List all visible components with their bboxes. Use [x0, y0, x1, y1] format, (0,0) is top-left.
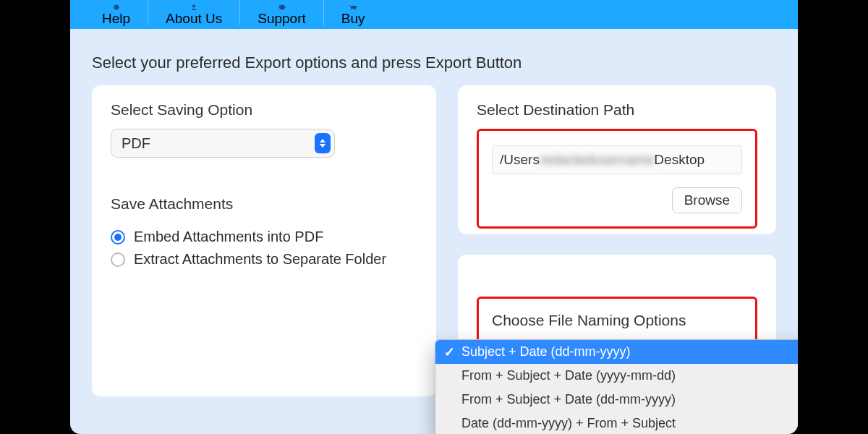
radio-label: Extract Attachments to Separate Folder — [134, 251, 386, 268]
svg-point-0 — [114, 5, 119, 10]
svg-point-1 — [192, 5, 195, 8]
nav-label: About Us — [166, 12, 222, 25]
app-window: Help About Us Support Buy Select your pr… — [70, 0, 798, 434]
instructions-text: Select your preferred Export options and… — [92, 54, 776, 72]
chevron-updown-icon — [315, 133, 331, 153]
browse-button[interactable]: Browse — [672, 187, 742, 213]
path-prefix: /Users — [500, 152, 540, 168]
naming-option-date-dmy-from-subject[interactable]: Date (dd-mm-yyyy) + From + Subject — [435, 412, 798, 434]
radio-icon — [111, 230, 125, 244]
svg-point-2 — [351, 9, 352, 10]
file-naming-menu: Subject + Date (dd-mm-yyyy) From + Subje… — [435, 339, 798, 434]
buy-icon — [348, 4, 358, 10]
format-select[interactable]: PDF — [111, 129, 335, 158]
destination-card: Select Destination Path /Usersredactedus… — [458, 85, 776, 234]
nav-about[interactable]: About Us — [148, 1, 239, 25]
naming-option-from-subject-date-dmy[interactable]: From + Subject + Date (dd-mm-yyyy) — [435, 388, 798, 412]
top-nav: Help About Us Support Buy — [70, 0, 798, 29]
help-icon — [111, 4, 122, 10]
path-suffix: Desktop — [654, 152, 705, 168]
about-icon — [189, 4, 199, 10]
radio-embed-attachments[interactable]: Embed Attachments into PDF — [111, 229, 417, 245]
attachments-header: Save Attachments — [111, 195, 417, 213]
radio-extract-attachments[interactable]: Extract Attachments to Separate Folder — [111, 251, 417, 268]
radio-icon — [111, 252, 125, 267]
destination-highlight-box: /UsersredactedusernameDesktop Browse — [477, 129, 757, 229]
radio-label: Embed Attachments into PDF — [134, 229, 323, 245]
nav-label: Support — [258, 12, 306, 25]
nav-label: Buy — [341, 12, 365, 25]
svg-point-3 — [354, 9, 356, 10]
saving-option-header: Select Saving Option — [111, 101, 417, 119]
naming-highlight-box: Choose File Naming Options — [477, 297, 757, 344]
naming-option-from-subject-date-ymd[interactable]: From + Subject + Date (yyyy-mm-dd) — [435, 364, 798, 388]
path-redacted: redactedusername — [540, 152, 654, 168]
browse-row: Browse — [492, 187, 742, 213]
naming-option-subject-date-dmy[interactable]: Subject + Date (dd-mm-yyyy) — [435, 340, 798, 364]
saving-options-card: Select Saving Option PDF Save Attachment… — [92, 85, 436, 396]
nav-label: Help — [102, 12, 130, 25]
nav-help[interactable]: Help — [85, 1, 148, 25]
destination-header: Select Destination Path — [477, 101, 757, 119]
support-icon — [277, 4, 287, 10]
naming-header: Choose File Naming Options — [492, 312, 742, 329]
destination-path-input[interactable]: /UsersredactedusernameDesktop — [492, 145, 742, 174]
format-select-value: PDF — [122, 135, 150, 152]
nav-support[interactable]: Support — [239, 1, 323, 25]
nav-buy[interactable]: Buy — [323, 1, 383, 25]
